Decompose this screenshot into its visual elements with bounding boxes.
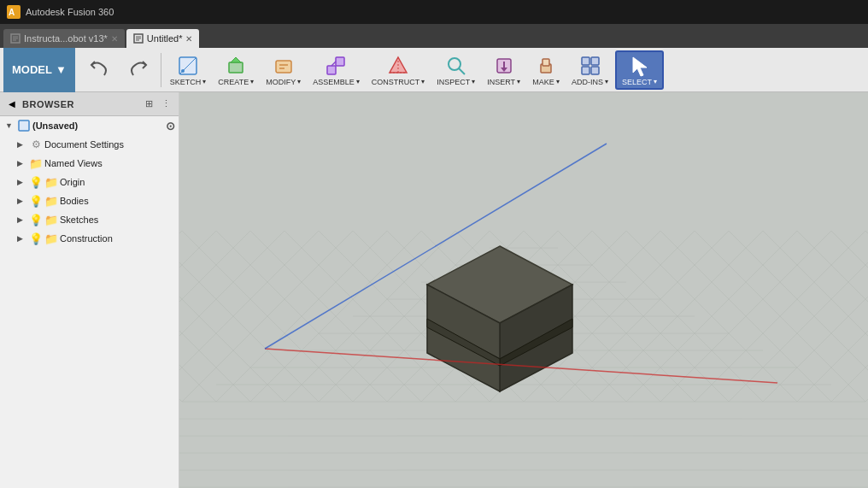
browser-named-views[interactable]: ▶ 📁 Named Views — [0, 154, 179, 173]
toolbar: MODEL ▼ SKETCH▾ — [0, 48, 868, 92]
modify-button[interactable]: MODIFY▾ — [261, 52, 306, 88]
inspect-button[interactable]: INSPECT▾ — [431, 52, 480, 88]
tab-untitled[interactable]: Untitled* ✕ — [126, 29, 200, 48]
browser-construction[interactable]: ▶ 💡 📁 Construction — [0, 229, 179, 248]
select-icon — [628, 54, 652, 78]
construction-expand: ▶ — [17, 234, 27, 243]
doc-settings-expand: ▶ — [17, 140, 27, 149]
browser-origin[interactable]: ▶ 💡 📁 Origin — [0, 173, 179, 191]
bodies-label: Bodies — [60, 196, 179, 206]
doc-settings-icon: ⚙ — [29, 138, 43, 151]
origin-expand: ▶ — [17, 178, 27, 186]
bodies-bulb-icon: 💡 — [29, 194, 43, 208]
svg-rect-36 — [19, 121, 29, 131]
named-views-icon: 📁 — [29, 156, 43, 170]
named-views-expand: ▶ — [17, 159, 27, 168]
tab-untitled-label: Untitled* — [147, 33, 183, 44]
browser-bodies[interactable]: ▶ 💡 📁 Bodies — [0, 191, 179, 210]
svg-marker-35 — [633, 57, 647, 76]
bodies-folder-icon: 📁 — [44, 194, 58, 208]
insert-button[interactable]: INSERT▾ — [482, 52, 525, 88]
viewport[interactable] — [179, 92, 868, 488]
3d-box — [402, 229, 598, 403]
modify-label: MODIFY▾ — [266, 78, 301, 86]
assemble-button[interactable]: ASSEMBLE▾ — [308, 52, 365, 88]
tab-instructa[interactable]: Instructa...obot v13* ✕ — [3, 29, 125, 48]
browser-header: ◀ BROWSER ⊞ ⋮ — [0, 92, 179, 116]
construction-folder-icon: 📁 — [44, 232, 58, 245]
model-label: MODEL — [12, 63, 52, 76]
svg-rect-33 — [582, 67, 589, 74]
sketches-label: Sketches — [60, 215, 179, 225]
select-button[interactable]: SELECT▾ — [615, 50, 664, 90]
svg-rect-13 — [229, 62, 243, 73]
construction-bulb-icon: 💡 — [29, 232, 43, 245]
svg-rect-31 — [582, 57, 589, 65]
construct-button[interactable]: CONSTRUCT▾ — [367, 52, 431, 88]
make-label: MAKE▾ — [532, 78, 560, 86]
svg-rect-34 — [591, 67, 599, 74]
tab-doc-icon — [10, 33, 21, 44]
addins-label: ADD-INS▾ — [572, 78, 608, 86]
origin-folder-icon: 📁 — [44, 175, 58, 189]
browser-menu-button[interactable]: ⋮ — [158, 97, 173, 112]
root-options-button[interactable]: ⊙ — [166, 120, 175, 132]
tab-instructa-label: Instructa...obot v13* — [24, 33, 108, 44]
browser-root-item[interactable]: ▼ (Unsaved) ⊙ — [0, 116, 179, 135]
redo-button[interactable] — [120, 56, 157, 84]
make-button[interactable]: MAKE▾ — [527, 52, 565, 88]
app-title: Autodesk Fusion 360 — [26, 7, 114, 17]
doc-settings-label: Document Settings — [44, 139, 179, 150]
title-bar: A Autodesk Fusion 360 — [0, 0, 868, 24]
svg-text:A: A — [9, 8, 15, 17]
construction-label: Construction — [60, 233, 179, 244]
sketch-label: SKETCH▾ — [170, 78, 207, 86]
assemble-icon — [324, 54, 348, 78]
svg-rect-30 — [542, 59, 549, 66]
addins-button[interactable]: ADD-INS▾ — [566, 52, 613, 88]
svg-rect-15 — [276, 61, 291, 73]
undo-icon — [87, 58, 111, 82]
browser-filter-button[interactable]: ⊞ — [141, 97, 156, 112]
browser-actions: ⊞ ⋮ — [141, 97, 173, 112]
browser-doc-settings[interactable]: ▶ ⚙ Document Settings — [0, 135, 179, 154]
tab-untitled-doc-icon — [133, 33, 144, 44]
create-label: CREATE▾ — [218, 78, 254, 86]
svg-point-24 — [449, 58, 460, 70]
sep-1 — [161, 53, 161, 87]
svg-marker-14 — [231, 57, 241, 62]
root-expand-arrow: ▼ — [5, 121, 15, 130]
select-label: SELECT▾ — [622, 78, 657, 86]
redo-icon — [126, 58, 150, 82]
svg-line-25 — [459, 68, 465, 74]
insert-label: INSERT▾ — [487, 78, 520, 86]
bodies-expand: ▶ — [17, 197, 27, 205]
model-button[interactable]: MODEL ▼ — [3, 48, 75, 92]
create-button[interactable]: CREATE▾ — [213, 52, 259, 88]
addins-icon — [578, 54, 602, 78]
tab-bar: Instructa...obot v13* ✕ Untitled* ✕ — [0, 24, 868, 48]
browser-title: BROWSER — [22, 99, 138, 109]
sketch-button[interactable]: SKETCH▾ — [165, 52, 212, 88]
make-icon — [534, 54, 558, 78]
main-area: ◀ BROWSER ⊞ ⋮ ▼ (Unsaved) ⊙ ▶ ⚙ Document… — [0, 92, 868, 488]
browser-sketches[interactable]: ▶ 💡 📁 Sketches — [0, 210, 179, 229]
create-icon — [224, 54, 248, 78]
named-views-label: Named Views — [44, 158, 179, 168]
construct-label: CONSTRUCT▾ — [372, 78, 425, 86]
model-arrow: ▼ — [56, 63, 67, 76]
browser-collapse-button[interactable]: ◀ — [5, 97, 19, 111]
inspect-label: INSPECT▾ — [437, 78, 475, 86]
sketches-folder-icon: 📁 — [44, 213, 58, 226]
construct-icon — [386, 54, 410, 78]
sketch-icon — [176, 54, 200, 78]
tab-untitled-close[interactable]: ✕ — [185, 34, 192, 44]
tab-instructa-close[interactable]: ✕ — [111, 34, 118, 44]
root-label: (Unsaved) — [32, 121, 164, 131]
origin-label: Origin — [60, 177, 179, 187]
svg-point-12 — [181, 69, 185, 73]
inspect-icon — [444, 54, 468, 78]
svg-rect-19 — [336, 57, 344, 66]
undo-button[interactable] — [80, 56, 118, 84]
modify-icon — [272, 54, 296, 78]
